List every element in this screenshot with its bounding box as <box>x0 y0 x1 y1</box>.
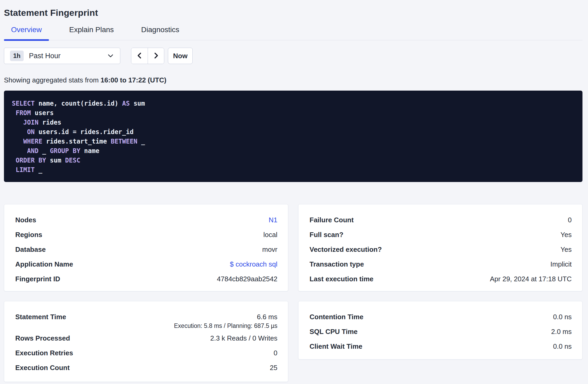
stat-label: Last execution time <box>310 275 373 283</box>
sql-line: LIMIT _ <box>12 165 575 175</box>
stat-value: 2.0 ms <box>551 328 572 336</box>
toolbar: 1h Past Hour <box>4 48 582 64</box>
stat-value: Implicit <box>550 260 572 268</box>
stat-value: Apr 29, 2024 at 17:18 UTC <box>490 275 572 283</box>
sql-line: WHERE rides.start_time BETWEEN _ <box>12 137 575 146</box>
stats-line-prefix: Showing aggregated stats from <box>4 76 101 84</box>
sql-line: FROM users <box>12 108 575 118</box>
chevron-down-icon <box>107 54 114 58</box>
stat-value: 0 <box>274 349 277 357</box>
stat-row: Execution Count25 <box>15 364 277 372</box>
stat-row: Transaction typeImplicit <box>310 260 572 268</box>
stat-label: Nodes <box>15 216 36 224</box>
stat-value: 25 <box>270 364 277 372</box>
stat-label: Fingerprint ID <box>15 275 60 283</box>
stat-row: Client Wait Time0.0 ns <box>310 342 572 350</box>
stat-row: Vectorized execution?Yes <box>310 245 572 253</box>
card-statement-overview: NodesN1RegionslocalDatabasemovrApplicati… <box>4 204 288 291</box>
tab-overview[interactable]: Overview <box>4 25 49 40</box>
stat-value: 0 <box>568 216 572 224</box>
stat-row: SQL CPU Time2.0 ms <box>310 328 572 336</box>
statement-fingerprint-page: Statement Fingerprint OverviewExplain Pl… <box>0 0 588 382</box>
stat-value: 0.0 ns <box>553 342 572 350</box>
stat-label: SQL CPU Time <box>310 328 358 336</box>
card-wait-times: Contention Time0.0 nsSQL CPU Time2.0 msC… <box>298 301 582 360</box>
stat-row: NodesN1 <box>15 216 277 224</box>
stat-row: Regionslocal <box>15 231 277 239</box>
stat-row: Failure Count0 <box>310 216 572 224</box>
stat-value: 4784cb829aab2542 <box>217 275 277 283</box>
stat-row: Last execution timeApr 29, 2024 at 17:18… <box>310 275 572 283</box>
stat-value: local <box>263 231 277 239</box>
stat-value: Yes <box>561 231 572 239</box>
now-button[interactable]: Now <box>168 48 193 64</box>
tab-diagnostics[interactable]: Diagnostics <box>134 25 186 40</box>
time-range-pager <box>131 48 164 64</box>
stats-line-range: 16:00 to 17:22 (UTC) <box>101 76 166 84</box>
stat-value: movr <box>262 245 277 253</box>
stat-row: Application Name$ cockroach sql <box>15 260 277 268</box>
stat-label: Vectorized execution? <box>310 245 382 253</box>
sql-line: AND _ GROUP BY name <box>12 146 575 156</box>
card-statement-timing: Statement Time6.6 msExecution: 5.8 ms / … <box>4 301 288 382</box>
stat-row: Databasemovr <box>15 245 277 253</box>
stat-value: 0.0 ns <box>553 313 572 321</box>
stat-value: Yes <box>561 245 572 253</box>
stat-label: Full scan? <box>310 231 343 239</box>
card-execution-attributes: Failure Count0Full scan?YesVectorized ex… <box>298 204 582 291</box>
sql-line: ON users.id = rides.rider_id <box>12 127 575 137</box>
stat-value: 6.6 ms <box>257 313 277 321</box>
stat-row: Fingerprint ID4784cb829aab2542 <box>15 275 277 283</box>
stat-row: Execution Retries0 <box>15 349 277 357</box>
stat-row: Contention Time0.0 ns <box>310 313 572 321</box>
stat-label: Execution Retries <box>15 349 73 357</box>
stat-label: Execution Count <box>15 364 70 372</box>
next-range-button[interactable] <box>148 48 164 64</box>
stat-row: Full scan?Yes <box>310 231 572 239</box>
chevron-right-icon <box>153 52 160 60</box>
stat-label: Application Name <box>15 260 73 268</box>
tab-bar: OverviewExplain PlansDiagnostics <box>4 25 582 40</box>
time-range-badge: 1h <box>10 51 24 61</box>
aggregated-stats-line: Showing aggregated stats from 16:00 to 1… <box>4 76 582 84</box>
sql-statement: SELECT name, count(rides.id) AS sum FROM… <box>4 91 582 182</box>
page-title: Statement Fingerprint <box>4 7 582 18</box>
time-range-picker[interactable]: 1h Past Hour <box>4 48 120 64</box>
stat-label: Contention Time <box>310 313 363 321</box>
sql-line: ORDER BY sum DESC <box>12 156 575 165</box>
stat-label: Transaction type <box>310 260 364 268</box>
stat-subvalue: Execution: 5.8 ms / Planning: 687.5 µs <box>174 322 277 329</box>
stat-label: Rows Processed <box>15 334 70 342</box>
chevron-left-icon <box>136 52 143 60</box>
stat-value-link[interactable]: N1 <box>269 216 277 224</box>
stat-label: Regions <box>15 231 42 239</box>
stat-label: Client Wait Time <box>310 342 362 350</box>
stat-value: 2.3 k Reads / 0 Writes <box>210 334 277 342</box>
stat-row: Rows Processed2.3 k Reads / 0 Writes <box>15 334 277 342</box>
tab-explain-plans[interactable]: Explain Plans <box>62 25 121 40</box>
stat-label: Failure Count <box>310 216 354 224</box>
prev-range-button[interactable] <box>131 48 148 64</box>
stat-label: Database <box>15 245 46 253</box>
time-range-label: Past Hour <box>29 52 61 60</box>
stat-row: Statement Time6.6 msExecution: 5.8 ms / … <box>15 313 277 329</box>
stat-label: Statement Time <box>15 313 66 321</box>
stats-cards-grid: NodesN1RegionslocalDatabasemovrApplicati… <box>4 204 582 382</box>
sql-line: SELECT name, count(rides.id) AS sum <box>12 99 575 108</box>
stat-value-link[interactable]: $ cockroach sql <box>230 260 277 268</box>
sql-line: JOIN rides <box>12 118 575 127</box>
